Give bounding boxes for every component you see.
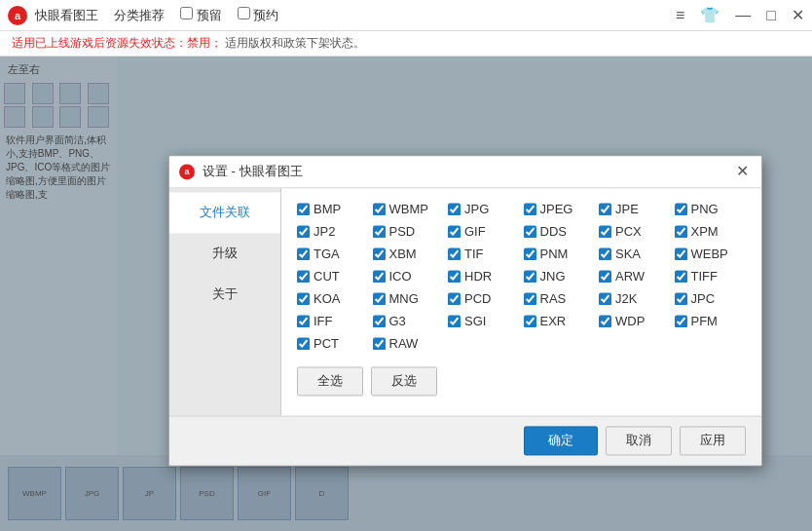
menu-item-recommend[interactable]: 分类推荐	[114, 7, 165, 24]
checkbox-tif[interactable]	[448, 247, 461, 260]
label-pct: PCT	[314, 336, 339, 351]
label-cut: CUT	[314, 269, 340, 284]
checkbox-mng[interactable]	[373, 292, 386, 305]
checkbox-cut[interactable]	[297, 270, 310, 283]
checkbox-jp2[interactable]	[297, 225, 310, 238]
cancel-button[interactable]: 取消	[606, 426, 672, 455]
checkbox-j2k[interactable]	[599, 292, 611, 305]
label-jp2: JP2	[314, 224, 335, 239]
checkbox-dds[interactable]	[524, 225, 536, 238]
label-gif: GIF	[464, 224, 486, 239]
checkbox-jng[interactable]	[524, 270, 536, 283]
confirm-button[interactable]: 确定	[524, 426, 598, 455]
select-all-button[interactable]: 全选	[297, 366, 363, 396]
checkbox-xpm[interactable]	[675, 225, 687, 238]
checkbox-pnm[interactable]	[524, 247, 536, 260]
checkbox-jpc[interactable]	[675, 292, 687, 305]
label-exr: EXR	[540, 314, 567, 328]
nav-item-file-assoc[interactable]: 文件关联	[169, 192, 280, 233]
appointment-checkbox[interactable]	[238, 7, 250, 19]
dialog-title: 设置 - 快眼看图王	[203, 163, 732, 180]
checkbox-g3[interactable]	[373, 315, 386, 327]
cb-item-ska: SKA	[599, 247, 671, 261]
app-logo: a	[8, 6, 27, 25]
checkbox-tga[interactable]	[297, 247, 310, 260]
dialog-close-button[interactable]: ✕	[732, 162, 752, 181]
cb-item-jp2: JP2	[297, 224, 369, 239]
checkbox-pct[interactable]	[297, 337, 310, 350]
checkbox-png[interactable]	[675, 203, 687, 215]
label-wbmp: WBMP	[389, 202, 428, 216]
checkbox-pcd[interactable]	[448, 292, 461, 305]
label-mng: MNG	[389, 291, 419, 306]
cb-item-tga: TGA	[297, 247, 369, 261]
titlebar-menu: 分类推荐 预留 预约	[114, 7, 278, 24]
checkbox-wbmp[interactable]	[373, 203, 386, 215]
label-koa: KOA	[314, 291, 340, 306]
maximize-button[interactable]: □	[766, 7, 776, 24]
checkbox-iff[interactable]	[297, 315, 310, 327]
minimize-button[interactable]: —	[735, 7, 751, 24]
label-webp: WEBP	[691, 247, 728, 261]
shirt-icon[interactable]: 👕	[700, 6, 720, 24]
close-button[interactable]: ✕	[792, 6, 804, 24]
checkbox-reserve[interactable]: 预留	[180, 7, 222, 24]
checkbox-jpe[interactable]	[599, 203, 611, 215]
cb-item-sgi: SGI	[448, 314, 520, 328]
checkbox-jpg[interactable]	[448, 203, 461, 215]
cb-item-ras: RAS	[524, 291, 596, 306]
checkbox-ras[interactable]	[524, 292, 536, 305]
label-dds: DDS	[540, 224, 567, 239]
cb-item-iff: IFF	[297, 314, 369, 328]
label-iff: IFF	[314, 314, 333, 328]
dialog-logo: a	[179, 164, 195, 179]
action-row: 全选 反选	[297, 366, 746, 396]
checkbox-jpeg[interactable]	[524, 203, 536, 215]
checkbox-ska[interactable]	[599, 247, 611, 260]
checkbox-sgi[interactable]	[448, 315, 461, 327]
cb-item-pfm: PFM	[675, 314, 747, 328]
cb-item-dds: DDS	[524, 224, 596, 239]
checkbox-bmp[interactable]	[297, 203, 310, 215]
cb-item-g3: G3	[373, 314, 445, 328]
menu-icon[interactable]: ≡	[676, 7, 684, 24]
label-arw: ARW	[615, 269, 645, 284]
checkbox-xbm[interactable]	[373, 247, 386, 260]
nav-item-upgrade[interactable]: 升级	[169, 233, 280, 274]
checkbox-webp[interactable]	[675, 247, 687, 260]
cb-item-psd: PSD	[373, 224, 445, 239]
cb-item-cut: CUT	[297, 269, 369, 284]
reserve-checkbox[interactable]	[180, 7, 193, 19]
checkbox-appointment[interactable]: 预约	[238, 7, 279, 24]
nav-item-about[interactable]: 关于	[169, 274, 280, 315]
checkbox-pfm[interactable]	[675, 315, 687, 327]
invert-button[interactable]: 反选	[371, 366, 437, 396]
checkbox-psd[interactable]	[373, 225, 386, 238]
main-area: 左至右 软件用户界面简洁,体积小,支持BMP、PNG、JPG、ICO等格式的图片…	[0, 57, 812, 531]
apply-button[interactable]: 应用	[680, 426, 746, 455]
label-g3: G3	[389, 314, 406, 328]
checkbox-exr[interactable]	[524, 315, 536, 327]
checkbox-ico[interactable]	[373, 270, 386, 283]
cb-item-tiff: TIFF	[675, 269, 747, 284]
label-wdp: WDP	[615, 314, 645, 328]
dialog-body: 文件关联 升级 关于 BMPWBMPJPGJPEGJPEPNGJP2PSDGIF…	[169, 188, 761, 415]
checkbox-wdp[interactable]	[599, 315, 611, 327]
checkbox-raw[interactable]	[373, 337, 386, 350]
checkbox-gif[interactable]	[448, 225, 461, 238]
checkbox-arw[interactable]	[599, 270, 611, 283]
cb-item-xbm: XBM	[373, 247, 445, 261]
checkbox-koa[interactable]	[297, 292, 310, 305]
checkbox-pcx[interactable]	[599, 225, 611, 238]
checkbox-tiff[interactable]	[675, 270, 687, 283]
checkbox-hdr[interactable]	[448, 270, 461, 283]
label-ras: RAS	[540, 291, 567, 306]
cb-item-arw: ARW	[599, 269, 671, 284]
label-psd: PSD	[389, 224, 416, 239]
cb-item-mng: MNG	[373, 291, 445, 306]
label-j2k: J2K	[615, 291, 637, 306]
label-xpm: XPM	[691, 224, 719, 239]
cb-item-gif: GIF	[448, 224, 520, 239]
label-jpc: JPC	[691, 291, 716, 306]
settings-dialog: a 设置 - 快眼看图王 ✕ 文件关联 升级 关于 BMPWBMPJPGJPEG…	[168, 155, 762, 466]
